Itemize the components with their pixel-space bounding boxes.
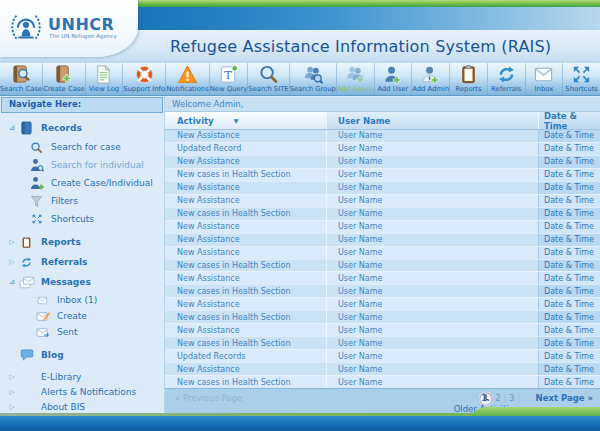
sidebar: Navigate Here: ⊿ Records Search for case (0, 96, 165, 413)
notifications-label: Notifications (166, 85, 209, 94)
sidebar-item-search-for-individual[interactable]: Search for individual (0, 156, 164, 174)
activity-cell: New Assistance (165, 221, 327, 233)
expander-open-icon[interactable]: ⊿ (6, 124, 18, 132)
search-case-label: Search Case (0, 85, 42, 94)
create-case-button[interactable]: Create Case (43, 63, 85, 95)
new-query-label: New Query (210, 85, 248, 94)
sidebar-item-records[interactable]: ⊿ Records (0, 118, 164, 138)
date-time-cell: Date & Time (538, 324, 600, 336)
user-name-cell: User Name (327, 260, 538, 272)
sidebar-item-inbox[interactable]: Inbox (1) (0, 292, 164, 308)
create-case-label: Create Case (43, 85, 84, 94)
table-row: New cases in Health Section User Name Da… (165, 284, 600, 297)
column-header-activity[interactable]: Activity ▼ (165, 112, 327, 129)
sidebar-item-sent[interactable]: Sent (0, 324, 164, 340)
sidebar-item-search-for-case[interactable]: Search for case (0, 138, 164, 156)
sidebar-item-create-case-individual[interactable]: Create Case/Individual (0, 174, 164, 192)
warning-triangle-icon (177, 63, 198, 85)
expander-closed-icon[interactable]: ▷ (6, 238, 18, 246)
sidebar-item-elibrary[interactable]: ▷ E-Library (0, 369, 164, 384)
page-1-link[interactable]: 1 (481, 393, 487, 403)
activity-cell: New Assistance (165, 130, 327, 142)
inbox-button[interactable]: Inbox (526, 63, 564, 95)
activity-cell: New Assistance (165, 324, 327, 336)
table-row: New Assistance User Name Date & Time (165, 130, 600, 142)
search-group-button[interactable]: Search Group (290, 63, 337, 95)
activity-cell: New cases in Health Section (165, 311, 327, 323)
sidebar-item-about-bis[interactable]: ▷ About BIS (0, 399, 164, 413)
column-header-user-name[interactable]: User Name (327, 112, 538, 129)
user-name-cell: User Name (327, 311, 538, 323)
search-site-button[interactable]: Search SITE (248, 63, 289, 95)
table-row: New cases in Health Section User Name Da… (165, 375, 600, 388)
date-time-cell: Date & Time (538, 337, 600, 349)
referrals-button[interactable]: Referrals (488, 63, 526, 95)
page-3-link[interactable]: 3 (509, 393, 514, 403)
view-log-button[interactable]: View Log (86, 63, 124, 95)
magnifier-icon (28, 141, 45, 154)
add-user-label: Add User (377, 85, 408, 94)
table-row: New Assistance User Name Date & Time (165, 233, 600, 246)
shortcuts-button[interactable]: Shortcuts (563, 63, 600, 95)
activity-cell: Updated Records (165, 350, 327, 362)
sidebar-item-filters[interactable]: Filters (0, 192, 164, 210)
user-name-cell: User Name (327, 130, 538, 142)
add-user-button[interactable]: Add User (375, 63, 413, 95)
add-admin-button[interactable]: Add Admin (412, 63, 450, 95)
sidebar-item-alerts-notifications[interactable]: ▷ Alerts & Notifications (0, 384, 164, 399)
table-row: Updated Records User Name Date & Time (165, 349, 600, 362)
add-group-button[interactable]: Add Group (337, 63, 375, 95)
toolbar: Search Case Create Case View Log Support… (0, 62, 600, 96)
sort-desc-icon[interactable]: ▼ (234, 117, 239, 124)
column-header-date-time[interactable]: Date & Time (538, 112, 600, 129)
expander-open-icon[interactable]: ⊿ (6, 278, 18, 286)
date-time-cell: Date & Time (538, 234, 600, 246)
pagination-separator: | (503, 393, 506, 403)
user-name-cell: User Name (327, 182, 538, 194)
notifications-button[interactable]: Notifications (166, 63, 210, 95)
page-title: Refugee Assistance Information System (R… (170, 37, 551, 56)
search-case-button[interactable]: Search Case (0, 63, 43, 95)
date-time-cell: Date & Time (538, 311, 600, 323)
envelope-icon (533, 63, 554, 85)
support-info-button[interactable]: Support Info (123, 63, 166, 95)
next-page-link[interactable]: Next Page » (536, 393, 593, 403)
expander-closed-icon[interactable]: ▷ (6, 373, 18, 381)
user-name-cell: User Name (327, 298, 538, 310)
pagination-separator: | (517, 393, 520, 403)
user-name-cell: User Name (327, 272, 538, 284)
user-name-cell: User Name (327, 169, 538, 181)
expander-closed-icon[interactable]: ▷ (6, 388, 18, 396)
table-row: Updated Record User Name Date & Time (165, 142, 600, 155)
unhcr-logo-plate: UNHCR The UN Refugee Agency (0, 0, 138, 57)
expand-arrows-icon (571, 63, 592, 85)
expander-closed-icon[interactable]: ▷ (6, 403, 18, 411)
user-name-cell: User Name (327, 195, 538, 207)
admin-plus-icon (420, 63, 441, 85)
expander-closed-icon[interactable]: ▷ (6, 258, 18, 266)
sidebar-item-reports[interactable]: ▷ Reports (0, 232, 164, 252)
header-green-stripe (104, 0, 600, 7)
date-time-cell: Date & Time (538, 208, 600, 220)
new-query-button[interactable]: T New Query (210, 63, 249, 95)
search-site-label: Search SITE (248, 85, 288, 94)
support-info-label: Support Info (123, 85, 165, 94)
sidebar-item-create-message[interactable]: Create (0, 308, 164, 324)
sidebar-item-messages[interactable]: ⊿ Messages (0, 272, 164, 292)
brand-tagline: The UN Refugee Agency (49, 33, 117, 39)
activity-cell: New Assistance (165, 234, 327, 246)
book-search-icon (11, 63, 32, 85)
reports-button[interactable]: Reports (450, 63, 488, 95)
sidebar-item-shortcuts[interactable]: Shortcuts (0, 210, 164, 228)
user-name-cell: User Name (327, 234, 538, 246)
date-time-cell: Date & Time (538, 260, 600, 272)
previous-page-link[interactable]: « Previous Page (175, 393, 242, 403)
table-row: New Assistance User Name Date & Time (165, 181, 600, 194)
activity-cell: New Assistance (165, 272, 327, 284)
book-icon (18, 121, 35, 135)
page-2-link[interactable]: 2 (495, 393, 500, 403)
sidebar-item-referrals[interactable]: ▷ Referrals (0, 252, 164, 272)
people-plus-icon (344, 63, 366, 85)
pagination: 1 | 2 | 3 | ... Next Page » (481, 393, 593, 403)
sidebar-item-blog[interactable]: Blog (0, 345, 164, 365)
